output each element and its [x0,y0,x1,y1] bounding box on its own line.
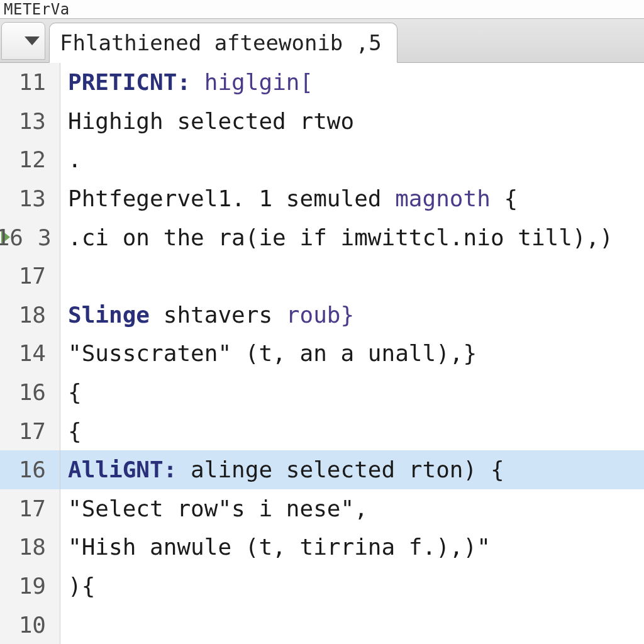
line-number: 17 [0,411,60,450]
code-line[interactable] [60,257,644,296]
code-token: alinge selected rton) { [177,457,504,482]
code-token: Highigh selected rtwo [68,108,354,134]
code-token: { [68,379,82,405]
code-token: higlgin[ [204,69,313,95]
code-line[interactable]: "Susscraten" (t, an a unall),} [60,334,644,373]
code-token: { [68,418,82,444]
line-number: 10 [0,605,60,644]
code-token: Slinge [68,302,150,328]
code-token: AlliGNT: [68,457,177,482]
line-number: 13 [0,179,60,218]
breakpoint-number: 3 [38,225,52,250]
code-line[interactable]: .ci on the ra(ie if imwittcl.nio till),) [60,218,644,257]
line-number: 16 [0,450,60,489]
code-token: "Susscraten" (t, an a unall),} [68,340,477,366]
line-number: 17 [0,257,60,296]
code-line[interactable]: "Select row"s i nese", [60,489,644,528]
tab-dropdown-button[interactable] [1,22,45,60]
line-number: 11 [0,63,60,102]
line-number: 17 [0,489,60,528]
tab-active[interactable]: Fhlathiened afteewonib ,5 [49,23,397,63]
code-line[interactable]: "Hish anwule (t, tirrina f.),)" [60,528,644,567]
line-number: 19 [0,567,60,606]
code-token: shtavers [150,302,286,328]
code-line[interactable]: { [60,373,644,412]
code-token: .ci on the ra(ie if imwittcl.nio till),) [68,225,613,250]
code-line[interactable]: Slinge shtavers roub} [60,296,644,335]
code-area[interactable]: PRETICNT: higlgin[Highigh selected rtwo.… [60,63,644,644]
code-token: "Select row"s i nese", [68,496,368,521]
line-number-gutter: 111312133161617181416171617181910 [0,63,60,644]
code-line[interactable]: { [60,411,644,450]
code-token: . [68,147,82,172]
code-token: "Hish anwule (t, tirrina f.),)" [68,534,491,560]
line-number: 13 [0,102,60,141]
editor-window: METErVa Fhlathiened afteewonib ,5 111312… [0,0,644,644]
title-bar: METErVa [0,0,644,19]
tab-label: Fhlathiened afteewonib ,5 [60,30,382,55]
code-line[interactable]: Highigh selected rtwo [60,102,644,141]
line-number: 18 [0,528,60,567]
code-editor[interactable]: 111312133161617181416171617181910 PRETIC… [0,63,644,644]
window-title: METErVa [4,1,70,18]
line-number: 12 [0,140,60,179]
line-number: 16 [0,373,60,412]
line-number: 18 [0,296,60,335]
code-token: ){ [68,573,95,599]
line-number: 14 [0,334,60,373]
line-number: 31616 [0,218,60,257]
code-line[interactable]: . [60,140,644,179]
code-line[interactable]: Phtfegervel1. 1 semuled magnoth { [60,179,644,218]
code-line[interactable]: ){ [60,567,644,606]
code-line[interactable] [60,605,644,644]
code-token: PRETICNT: [68,69,191,95]
code-token [191,69,204,95]
code-token: { [491,186,518,211]
code-token: roub} [286,302,354,328]
tab-bar: Fhlathiened afteewonib ,5 [0,19,644,63]
code-line[interactable]: PRETICNT: higlgin[ [60,63,644,102]
chevron-down-icon [25,36,40,45]
code-token: magnoth [395,186,491,211]
code-token: Phtfegervel1. 1 semuled [68,186,395,211]
code-line[interactable]: AlliGNT: alinge selected rton) { [60,450,644,489]
